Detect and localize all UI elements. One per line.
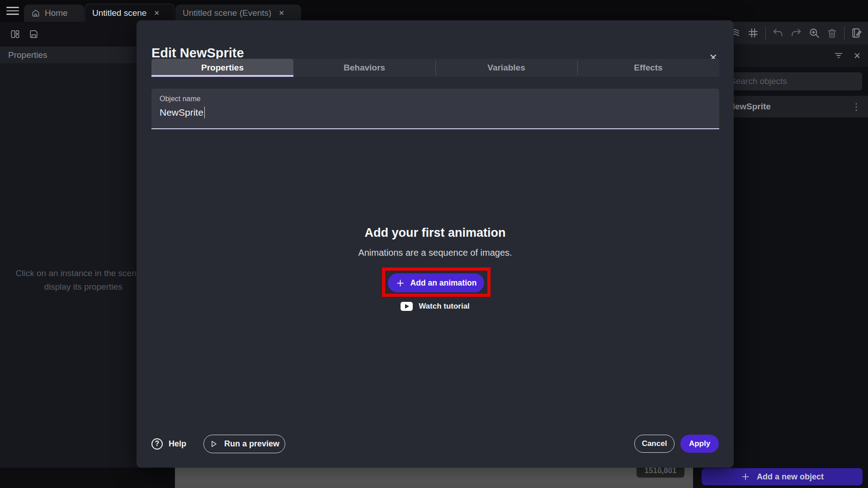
redo-icon[interactable]	[790, 27, 802, 39]
trash-icon[interactable]	[826, 28, 838, 39]
dialog-footer: ? Help Run a preview Cancel Apply	[151, 434, 719, 453]
empty-state-subtitle: Animations are a sequence of images.	[137, 248, 734, 258]
help-label: Help	[169, 439, 186, 449]
scene-canvas[interactable]	[175, 468, 693, 488]
layout-panels-icon[interactable]	[10, 29, 20, 39]
kebab-menu-icon[interactable]: ⋮	[849, 101, 863, 112]
filter-icon[interactable]	[834, 51, 844, 61]
tab-untitled-scene-label: Untitled scene	[92, 8, 146, 18]
toolbar-divider	[765, 26, 766, 40]
search-objects-input[interactable]	[724, 72, 862, 90]
properties-panel: Properties Click on an instance in the s…	[0, 47, 149, 468]
cancel-button[interactable]: Cancel	[634, 435, 675, 453]
add-new-object-label: Add a new object	[757, 472, 824, 482]
close-icon[interactable]: ✕	[854, 51, 861, 61]
home-icon	[31, 9, 40, 18]
dialog-tab-bar: Properties Behaviors Variables Effects	[151, 59, 719, 77]
plus-icon	[396, 278, 405, 288]
tab-home[interactable]: Home	[24, 5, 84, 22]
object-name-label: NewSprite	[729, 102, 771, 112]
watch-tutorial-label: Watch tutorial	[419, 302, 470, 311]
tab-effects[interactable]: Effects	[577, 59, 719, 77]
object-name-value: NewSprite	[160, 107, 203, 118]
zoom-in-icon[interactable]	[808, 27, 820, 39]
canvas-edge	[0, 468, 175, 488]
toolbar-divider	[844, 26, 844, 40]
edit-scene-icon[interactable]	[851, 27, 863, 39]
tab-home-label: Home	[45, 8, 68, 18]
tab-variables[interactable]: Variables	[435, 59, 577, 77]
youtube-icon	[401, 302, 413, 311]
tab-untitled-scene[interactable]: Untitled scene ✕	[85, 4, 175, 22]
add-new-object-button[interactable]: Add a new object	[702, 468, 863, 485]
tab-untitled-scene-events-label: Untitled scene (Events)	[183, 8, 271, 18]
help-button[interactable]: ? Help	[151, 438, 186, 450]
menu-icon[interactable]	[6, 7, 19, 15]
plus-icon	[741, 472, 750, 482]
object-name-input[interactable]: Object name NewSprite	[151, 89, 719, 129]
object-name-field-label: Object name	[160, 95, 711, 103]
object-list-item[interactable]: NewSprite ⋮	[722, 96, 868, 117]
run-preview-button[interactable]: Run a preview	[203, 435, 285, 453]
play-icon	[209, 440, 218, 448]
undo-icon[interactable]	[772, 27, 784, 39]
edit-object-dialog: Edit NewSprite ✕ Properties Behaviors Va…	[137, 20, 734, 468]
watch-tutorial-link[interactable]: Watch tutorial	[137, 302, 734, 311]
add-animation-button[interactable]: Add an animation	[388, 273, 484, 292]
apply-button[interactable]: Apply	[680, 435, 719, 453]
tab-untitled-scene-events[interactable]: Untitled scene (Events) ✕	[175, 5, 301, 22]
text-caret	[204, 107, 205, 118]
animations-empty-state: Add your first animation Animations are …	[137, 226, 734, 258]
top-tab-bar: Home Untitled scene ✕ Untitled scene (Ev…	[0, 0, 868, 22]
question-icon: ?	[151, 438, 163, 450]
grid-icon[interactable]	[747, 27, 759, 39]
add-animation-label: Add an animation	[410, 278, 477, 288]
run-preview-label: Run a preview	[224, 439, 279, 449]
save-icon[interactable]	[28, 29, 39, 39]
cancel-label: Cancel	[642, 439, 667, 448]
apply-label: Apply	[689, 439, 710, 448]
editor-toolbar-left	[0, 22, 149, 47]
properties-panel-title: Properties	[0, 47, 149, 63]
tab-properties[interactable]: Properties	[151, 59, 293, 77]
close-icon[interactable]: ✕	[278, 9, 284, 17]
empty-state-heading: Add your first animation	[137, 226, 734, 240]
tab-behaviors[interactable]: Behaviors	[293, 59, 435, 77]
close-icon[interactable]: ✕	[154, 9, 160, 17]
